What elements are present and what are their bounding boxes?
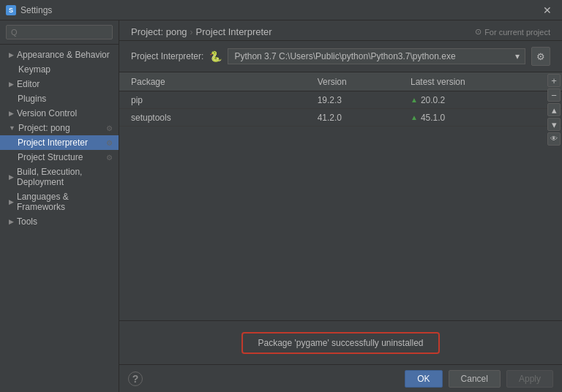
package-version-setuptools: 41.2.0 bbox=[318, 113, 411, 123]
interpreter-row: Project Interpreter: 🐍 Python 3.7 C:\Use… bbox=[119, 41, 562, 72]
sidebar-label-project-structure: Project Structure bbox=[18, 152, 83, 162]
col-header-version: Version bbox=[318, 77, 411, 87]
expand-arrow-appearance: ▶ bbox=[9, 51, 14, 59]
search-box bbox=[0, 20, 119, 45]
sidebar-label-vcs: Version Control bbox=[17, 108, 77, 118]
scope-label: For current project bbox=[484, 28, 550, 37]
upgrade-arrow-pip: ▲ bbox=[411, 96, 418, 104]
package-latest-setuptools: ▲ 45.1.0 bbox=[411, 113, 550, 123]
upgrade-arrow-setuptools: ▲ bbox=[411, 113, 418, 121]
window-title: Settings bbox=[20, 5, 52, 15]
breadcrumb: Project: pong › Project Interpreter bbox=[131, 26, 272, 37]
side-actions: + − ▴ ▾ 👁 bbox=[546, 72, 562, 147]
sidebar-item-plugins[interactable]: Plugins bbox=[0, 91, 119, 106]
title-bar: S Settings ✕ bbox=[0, 0, 562, 20]
python-icon: 🐍 bbox=[209, 50, 222, 62]
sidebar-item-tools[interactable]: ▶ Tools bbox=[0, 214, 119, 229]
ok-button[interactable]: OK bbox=[405, 370, 442, 388]
remove-package-button[interactable]: − bbox=[547, 88, 561, 102]
sidebar-item-vcs[interactable]: ▶ Version Control bbox=[0, 106, 119, 121]
sidebar-item-project-structure[interactable]: Project Structure ⚙ bbox=[0, 150, 119, 165]
project-settings-icon: ⚙ bbox=[106, 124, 113, 132]
sidebar-label-keymap: Keymap bbox=[18, 64, 50, 75]
table-row[interactable]: setuptools 41.2.0 ▲ 45.1.0 bbox=[119, 109, 562, 127]
close-button[interactable]: ✕ bbox=[539, 3, 556, 18]
sidebar-item-languages[interactable]: ▶ Languages & Frameworks bbox=[0, 189, 119, 214]
sidebar-item-appearance[interactable]: ▶ Appearance & Behavior bbox=[0, 48, 119, 62]
bottom-bar: ? OK Cancel Apply bbox=[119, 364, 562, 392]
sidebar-item-keymap[interactable]: Keymap bbox=[0, 62, 119, 77]
sidebar-label-project: Project: pong bbox=[18, 123, 70, 133]
package-version-pip: 19.2.3 bbox=[318, 95, 411, 105]
table-body: pip 19.2.3 ▲ 20.0.2 setuptools 41.2.0 ▲ … bbox=[119, 91, 562, 320]
sidebar-label-editor: Editor bbox=[17, 79, 40, 89]
interpreter-settings-button[interactable]: ⚙ bbox=[531, 47, 550, 66]
expand-arrow-tools: ▶ bbox=[9, 218, 14, 225]
packages-area: Package Version Latest version pip 19.2.… bbox=[119, 72, 562, 320]
scroll-up-button[interactable]: ▴ bbox=[547, 103, 561, 116]
eye-button[interactable]: 👁 bbox=[547, 132, 561, 146]
sidebar-label-plugins: Plugins bbox=[18, 94, 46, 104]
table-row[interactable]: pip 19.2.3 ▲ 20.0.2 bbox=[119, 91, 562, 109]
cancel-button[interactable]: Cancel bbox=[449, 370, 501, 388]
sidebar: ▶ Appearance & Behavior Keymap ▶ Editor … bbox=[0, 20, 119, 392]
content-area: Project: pong › Project Interpreter ⊙ Fo… bbox=[119, 20, 562, 392]
interpreter-settings-icon: ⚙ bbox=[106, 139, 113, 147]
expand-arrow-languages: ▶ bbox=[9, 198, 14, 206]
package-name-setuptools: setuptools bbox=[131, 113, 318, 123]
sidebar-label-tools: Tools bbox=[17, 216, 37, 227]
status-message: Package 'pygame' successfully uninstalle… bbox=[241, 332, 439, 354]
col-header-package: Package bbox=[131, 77, 318, 87]
app-icon: S bbox=[6, 5, 16, 15]
bottom-buttons: OK Cancel Apply bbox=[405, 370, 553, 388]
structure-settings-icon: ⚙ bbox=[106, 154, 113, 162]
col-header-latest: Latest version bbox=[411, 77, 550, 87]
expand-arrow-editor: ▶ bbox=[9, 80, 14, 88]
scope-icon: ⊙ bbox=[475, 27, 482, 37]
sidebar-label-project-interpreter: Project Interpreter bbox=[18, 137, 88, 148]
sidebar-item-build[interactable]: ▶ Build, Execution, Deployment bbox=[0, 165, 119, 189]
content-header: Project: pong › Project Interpreter ⊙ Fo… bbox=[119, 20, 562, 41]
search-input[interactable] bbox=[6, 25, 113, 39]
sidebar-item-project-interpreter[interactable]: Project Interpreter ⚙ bbox=[0, 135, 119, 150]
add-package-button[interactable]: + bbox=[547, 74, 561, 87]
header-scope: ⊙ For current project bbox=[475, 27, 550, 37]
interpreter-select[interactable]: Python 3.7 C:\Users\Public\python\Python… bbox=[228, 48, 525, 64]
expand-arrow-vcs: ▶ bbox=[9, 110, 14, 117]
title-bar-left: S Settings bbox=[6, 5, 52, 15]
table-header: Package Version Latest version bbox=[119, 72, 562, 91]
expand-arrow-project: ▼ bbox=[9, 124, 15, 132]
sidebar-label-build: Build, Execution, Deployment bbox=[17, 167, 113, 187]
sidebar-label-languages: Languages & Frameworks bbox=[17, 192, 113, 212]
package-latest-pip: ▲ 20.0.2 bbox=[411, 95, 550, 105]
help-button[interactable]: ? bbox=[128, 372, 143, 386]
interpreter-select-wrap: Python 3.7 C:\Users\Public\python\Python… bbox=[228, 48, 525, 64]
sidebar-item-project[interactable]: ▼ Project: pong ⚙ bbox=[0, 121, 119, 135]
breadcrumb-current: Project Interpreter bbox=[196, 26, 272, 37]
interpreter-label: Project Interpreter: bbox=[131, 51, 203, 61]
main-layout: ▶ Appearance & Behavior Keymap ▶ Editor … bbox=[0, 20, 562, 392]
sidebar-label-appearance: Appearance & Behavior bbox=[17, 50, 110, 60]
sidebar-item-editor[interactable]: ▶ Editor bbox=[0, 77, 119, 91]
scroll-down-button[interactable]: ▾ bbox=[547, 118, 561, 131]
breadcrumb-separator: › bbox=[190, 27, 193, 37]
package-name-pip: pip bbox=[131, 95, 318, 105]
status-bar: Package 'pygame' successfully uninstalle… bbox=[119, 320, 562, 364]
breadcrumb-project: Project: pong bbox=[131, 26, 187, 37]
expand-arrow-build: ▶ bbox=[9, 173, 14, 181]
sidebar-nav: ▶ Appearance & Behavior Keymap ▶ Editor … bbox=[0, 45, 119, 392]
apply-button[interactable]: Apply bbox=[506, 370, 553, 388]
